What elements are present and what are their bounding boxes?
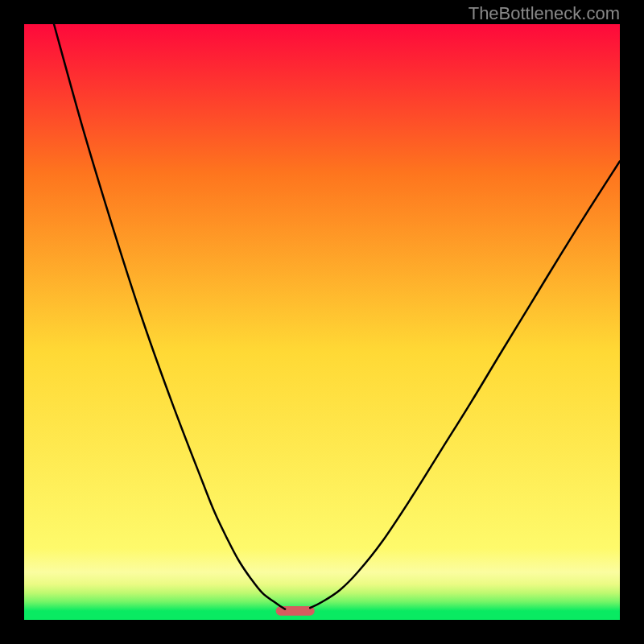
watermark-text: TheBottleneck.com — [469, 3, 620, 24]
chart-frame: TheBottleneck.com — [0, 0, 644, 644]
chart-svg — [24, 24, 620, 620]
plot-area — [24, 24, 620, 620]
gradient-rect — [24, 24, 620, 620]
